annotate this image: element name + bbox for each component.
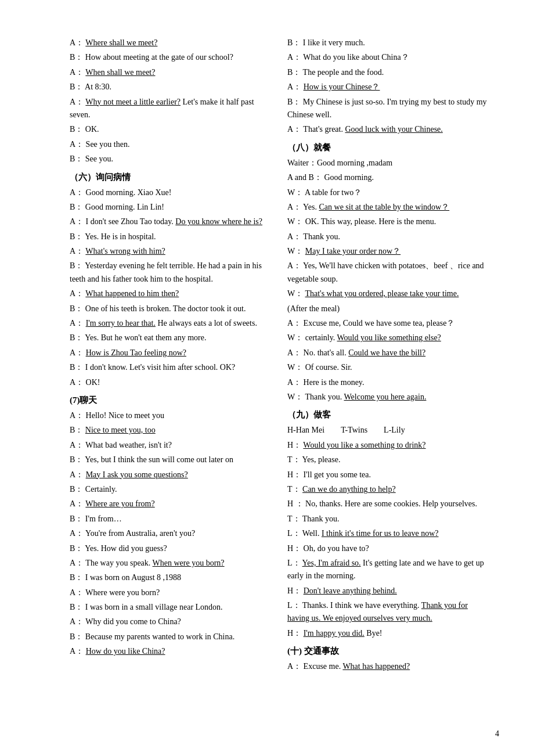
dialogue-line: B： I was born in a small village near Lo…	[70, 601, 270, 614]
dialogue-line: B： Yes. How did you guess?	[70, 542, 270, 555]
dialogue-line: B： My Chinese is just so-so. I'm trying …	[287, 96, 488, 122]
dialogue-line: H-Han Mei T-Twins L-Lily	[287, 424, 488, 437]
dialogue-line: A： Where are you from?	[70, 498, 270, 510]
dialogue-line: A： When shall we meet?	[70, 66, 270, 79]
dialogue-line: W： Thank you. Welcome you here again.	[287, 391, 488, 404]
dialogue-line: L： Yes, I'm afraid so. It's getting late…	[287, 557, 488, 583]
dialogue-line: B： How about meeting at the gate of our …	[70, 51, 270, 64]
dialogue-line: B： One of his teeth is broken. The docto…	[70, 303, 270, 315]
dialogue-line: L： Thanks. I think we have everything. T…	[287, 599, 488, 625]
dialogue-line: A： I'm sorry to hear that. He always eat…	[70, 317, 270, 330]
dialogue-line: A： The way you speak. When were you born…	[70, 557, 270, 570]
dialogue-line: A： Excuse me, Could we have some tea, pl…	[287, 317, 488, 330]
dialogue-line: A： What happened to him then?	[70, 287, 270, 300]
dialogue-line: A： You're from Australia, aren't you?	[70, 527, 270, 540]
dialogue-line: A： Why did you come to China?	[70, 615, 270, 628]
dialogue-line: B： The people and the food.	[287, 66, 488, 79]
dialogue-line: W： certainly. Would you like something e…	[287, 332, 488, 344]
page-number: 4	[495, 729, 499, 739]
dialogue-line: W： OK. This way, please. Here is the men…	[287, 215, 488, 228]
dialogue-line: B： Yesterday evening he felt terrible. H…	[70, 260, 270, 286]
dialogue-line: H： Would you like a something to drink?	[287, 439, 488, 452]
dialogue-line: B： Because my parents wanted to work in …	[70, 631, 270, 643]
section-title: （八）就餐	[287, 142, 488, 153]
dialogue-line: B： At 8:30.	[70, 81, 270, 93]
dialogue-line: H： Oh, do you have to?	[287, 542, 488, 555]
dialogue-line: A： Good morning. Xiao Xue!	[70, 186, 270, 199]
dialogue-line: A： I don't see Zhou Tao today. Do you kn…	[70, 215, 270, 228]
dialogue-line: A： What do you like about China？	[287, 51, 488, 64]
dialogue-line: W： That's what you ordered, please take …	[287, 287, 488, 300]
dialogue-line: B： Yes. He is in hospital.	[70, 231, 270, 243]
dialogue-line: H： Don't leave anything behind.	[287, 585, 488, 597]
dialogue-line: B： I'm from…	[70, 513, 270, 525]
dialogue-line: A： How is your Chinese？	[287, 81, 488, 93]
dialogue-line: A： Yes, We'll have chicken with potatoes…	[287, 260, 488, 286]
section-title: （九）做客	[287, 409, 488, 420]
dialogue-line: B： I like it very much.	[287, 37, 488, 49]
dialogue-line: A： That's great. Good luck with your Chi…	[287, 123, 488, 136]
right-column: B： I like it very much.A： What do you li…	[287, 35, 488, 675]
dialogue-line: B： OK.	[70, 123, 270, 136]
dialogue-line: A： No. that's all. Could we have the bil…	[287, 347, 488, 359]
dialogue-line: W： A table for two？	[287, 186, 488, 199]
dialogue-line: A： Hello! Nice to meet you	[70, 409, 270, 422]
dialogue-line: T： Thank you.	[287, 513, 488, 525]
dialogue-line: B： Yes, but I think the sun will come ou…	[70, 453, 270, 466]
dialogue-line: A： Yes. Can we sit at the table by the w…	[287, 201, 488, 214]
dialogue-line: A： Why not meet a little earlier? Let's …	[70, 96, 270, 122]
section-title: （六）询问病情	[70, 172, 270, 183]
dialogue-line: A： Where shall we meet?	[70, 37, 270, 49]
dialogue-line: A： See you then.	[70, 138, 270, 151]
dialogue-line: T： Can we do anything to help?	[287, 483, 488, 496]
section-title: (7)聊天	[70, 395, 270, 406]
section-title: (十) 交通事故	[287, 646, 488, 657]
dialogue-line: W： May I take your order now？	[287, 245, 488, 258]
dialogue-line: B： Certainly.	[70, 483, 270, 496]
dialogue-line: L： Well. I think it's time for us to lea…	[287, 527, 488, 540]
dialogue-line: A： Where were you born?	[70, 586, 270, 599]
dialogue-line: H： I'll get you some tea.	[287, 469, 488, 481]
dialogue-line: A： What bad weather, isn't it?	[70, 439, 270, 452]
dialogue-line: T： Yes, please.	[287, 453, 488, 466]
dialogue-line: (After the meal)	[287, 303, 488, 315]
dialogue-line: A and B： Good morning.	[287, 171, 488, 184]
dialogue-line: B： I was born on August 8 ,1988	[70, 571, 270, 584]
dialogue-line: H： I'm happy you did. Bye!	[287, 627, 488, 640]
dialogue-line: A： Excuse me. What has happened?	[287, 660, 488, 673]
dialogue-line: Waiter：Good morning ,madam	[287, 157, 488, 170]
dialogue-line: B： Yes. But he won't eat them any more.	[70, 332, 270, 344]
main-content: A： Where shall we meet?B： How about meet…	[70, 35, 488, 675]
left-column: A： Where shall we meet?B： How about meet…	[70, 35, 270, 675]
dialogue-line: B： I don't know. Let's visit him after s…	[70, 361, 270, 374]
dialogue-line: A： How is Zhou Tao feeling now?	[70, 347, 270, 359]
dialogue-line: H ： No, thanks. Here are some cookies. H…	[287, 498, 488, 510]
dialogue-line: A： May I ask you some questions?	[70, 469, 270, 481]
dialogue-line: A： Thank you.	[287, 231, 488, 243]
dialogue-line: A： What's wrong with him?	[70, 245, 270, 258]
dialogue-line: W： Of course. Sir.	[287, 361, 488, 374]
dialogue-line: A： Here is the money.	[287, 376, 488, 389]
dialogue-line: B： Good morning. Lin Lin!	[70, 201, 270, 214]
dialogue-line: A： How do you like China?	[70, 645, 270, 658]
dialogue-line: B： See you.	[70, 153, 270, 165]
dialogue-line: B： Nice to meet you, too	[70, 424, 270, 437]
dialogue-line: A： OK!	[70, 376, 270, 389]
